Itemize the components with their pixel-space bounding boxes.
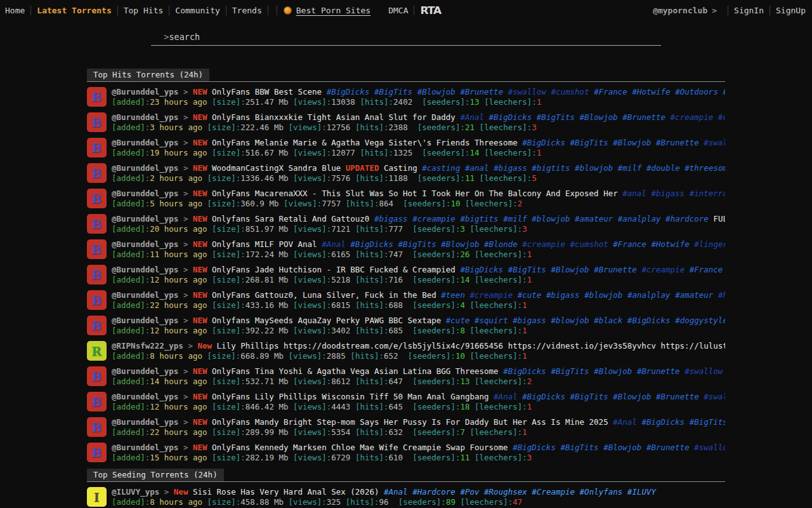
torrent-link[interactable]: OnlyFans Tina Yoshi & Agatha Vega Asian … (212, 366, 499, 376)
tag-link[interactable]: #Blowjob (613, 138, 651, 147)
torrent-link[interactable]: Onlyfans Sara Retali And Gattouz0 (212, 214, 369, 224)
torrent-link[interactable]: Sisi Rose Has Very Hard Anal Sex (2026) (193, 487, 379, 497)
tag-link[interactable]: #threesome… (684, 163, 725, 173)
tag-link[interactable]: #BigDicks (522, 138, 565, 147)
tag-link[interactable]: #blowjob (532, 214, 570, 224)
tag-link[interactable]: #Brunette (656, 392, 699, 401)
tag-link[interactable]: #swallow (508, 87, 546, 97)
tag-link[interactable]: #creampie (641, 265, 684, 274)
user-avatar[interactable]: B (87, 417, 107, 437)
torrent-link[interactable]: Casting (384, 163, 417, 173)
tag-link[interactable]: #BigDicks (627, 316, 671, 325)
username-link[interactable]: @Burunddel_yps (112, 214, 178, 224)
tag-link[interactable]: #Brunette (460, 87, 503, 97)
username-link[interactable]: @Burunddel_yps (112, 138, 178, 147)
tag-link[interactable]: #anal (465, 163, 489, 173)
user-avatar[interactable]: B (87, 316, 107, 335)
tag-link[interactable]: #Brunette (622, 112, 665, 122)
tag-link[interactable]: #Anal (460, 112, 484, 122)
torrent-link[interactable]: WoodmanCastingX Sandra Blue (212, 163, 341, 173)
torrent-title-line[interactable]: @Burunddel_yps > NEW OnlyFans MacarenaXX… (112, 189, 725, 199)
torrent-title-line[interactable]: @Burunddel_yps > NEW WoodmanCastingX San… (112, 163, 725, 173)
tag-link[interactable]: #Brunette (646, 443, 690, 452)
username-link[interactable]: @RIPNsfw222_yps (112, 341, 183, 351)
username-link[interactable]: @Burunddel_yps (112, 87, 178, 97)
tag-link[interactable]: #BigTits (508, 265, 546, 274)
tag-link[interactable]: #bigtits (460, 214, 498, 224)
user-avatar[interactable]: B (87, 290, 107, 310)
username-link[interactable]: @Burunddel_yps (112, 265, 178, 274)
tag-link[interactable]: #bigass (374, 214, 408, 224)
tag-link[interactable]: #creampie (671, 112, 714, 122)
torrent-title-line[interactable]: @Burunddel_yps > NEW OnlyFans Bianxxxkie… (112, 112, 725, 123)
tag-link[interactable]: #BigDicks (641, 417, 684, 427)
tag-link[interactable]: #Pov (460, 487, 479, 497)
tag-link[interactable]: #bigass (513, 316, 546, 325)
torrent-title-line[interactable]: @Burunddel_yps > NEW Onlyfans MaySeeds A… (112, 316, 725, 326)
tag-link[interactable]: #Hardcore (412, 487, 455, 497)
torrent-link[interactable]: FULL… (713, 214, 725, 224)
tag-link[interactable]: #interrac… (690, 189, 725, 198)
tag-link[interactable]: #bigass (651, 189, 684, 198)
tag-link[interactable]: #BigTits (551, 366, 589, 376)
tag-link[interactable]: #Anal (613, 417, 637, 427)
tag-link[interactable]: #Blowjob (441, 239, 479, 249)
tag-link[interactable]: #ILUVY (627, 487, 656, 497)
tag-link[interactable]: #BigTits (374, 87, 412, 97)
torrent-link[interactable]: Onlyfans MaySeeds AquaZay Perky PAWG BBC… (212, 316, 441, 325)
tag-link[interactable]: #blowjob (575, 163, 613, 173)
user-avatar[interactable]: B (87, 163, 107, 183)
tag-link[interactable]: #Hotwife (652, 239, 690, 249)
tag-link[interactable]: #Blowjob (551, 265, 589, 274)
tag-link[interactable]: #lingeri… (694, 239, 725, 249)
tag-link[interactable]: #cumshot (570, 239, 608, 249)
torrent-link[interactable]: OnlyFans MacarenaXXX - This Slut Was So … (212, 189, 618, 198)
user-avatar[interactable]: B (87, 112, 107, 132)
tag-link[interactable]: #Roughsex (484, 487, 527, 497)
tag-link[interactable]: #milf (618, 163, 642, 173)
tag-link[interactable]: #Blowjob (594, 366, 632, 376)
nav-community[interactable]: Community (175, 6, 219, 15)
tag-link[interactable]: #black (594, 316, 622, 325)
tag-link[interactable]: #blowjob (584, 290, 622, 300)
torrent-title-line[interactable]: @Burunddel_yps > NEW OnlyFans Gattouz0, … (112, 290, 725, 300)
username-link[interactable]: @Burunddel_yps (112, 112, 178, 122)
torrent-title-line[interactable]: @RIPNsfw222_yps > New Lily Phillips http… (112, 341, 725, 351)
user-avatar[interactable]: B (87, 189, 107, 208)
tag-link[interactable]: #BigDicks (350, 239, 393, 249)
torrent-link[interactable]: OnlyFans Jade Hutchison - IR BBC Fucked … (212, 265, 455, 274)
user-avatar[interactable]: B (87, 392, 107, 411)
tag-link[interactable]: #Blowjob (580, 112, 618, 122)
user-avatar[interactable]: B (87, 366, 107, 386)
tag-link[interactable]: #France (690, 265, 723, 274)
torrent-title-line[interactable]: @Burunddel_yps > NEW OnlyFans Melanie Ma… (112, 138, 725, 148)
tag-link[interactable]: #BigDicks (503, 366, 546, 376)
username-link[interactable]: @Burunddel_yps (112, 417, 178, 427)
tag-link[interactable]: #BigTits (570, 138, 608, 147)
tag-link[interactable]: #analplay (627, 290, 671, 300)
torrent-link[interactable]: OnlyFans Mandy Bright Step-mom Says Her … (212, 417, 608, 427)
search-input[interactable]: >search (151, 20, 661, 46)
user-avatar[interactable]: R (87, 341, 107, 361)
tag-link[interactable]: #BigDicks (513, 443, 556, 452)
tag-link[interactable]: #swall… (704, 392, 725, 401)
tag-link[interactable]: #BigTits (537, 112, 575, 122)
tag-link[interactable]: #blowjob (551, 316, 589, 325)
torrent-title-line[interactable]: @Burunddel_yps > NEW OnlyFans Tina Yoshi… (112, 366, 725, 377)
tag-link[interactable]: #cumshot (551, 87, 589, 97)
tag-link[interactable]: #Blowjob (417, 87, 455, 97)
tag-link[interactable]: #casting (422, 163, 460, 173)
tag-link[interactable]: #Blowjob (613, 392, 651, 401)
tag-link[interactable]: #amateur (675, 290, 713, 300)
tag-link[interactable]: #squirt (475, 316, 508, 325)
tag-link[interactable]: #Anal (384, 487, 408, 497)
tag-link[interactable]: #doggystyle (675, 316, 725, 325)
nav-trends[interactable]: Trends (232, 6, 262, 15)
tag-link[interactable]: #milf (503, 214, 527, 224)
tag-link[interactable]: #Hotwife (632, 87, 670, 97)
tag-link[interactable]: #Outdoors (675, 87, 718, 97)
tag-link[interactable]: #swallow (684, 366, 723, 376)
tag-link[interactable]: #ha… (718, 290, 725, 300)
tag-link[interactable]: #double (646, 163, 680, 173)
tag-link[interactable]: #A… (723, 87, 725, 97)
